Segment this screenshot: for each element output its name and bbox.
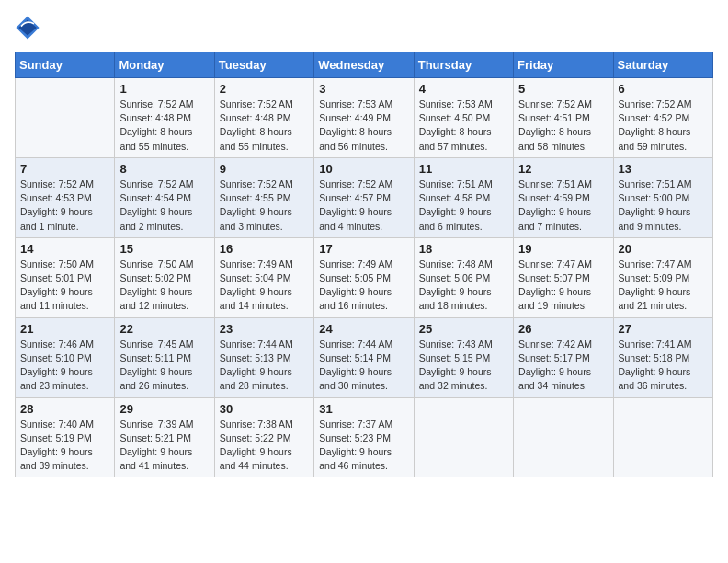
header-wednesday: Wednesday <box>314 52 414 78</box>
day-number: 7 <box>20 162 109 176</box>
day-info: Sunrise: 7:42 AMSunset: 5:17 PMDaylight:… <box>518 338 608 394</box>
day-number: 10 <box>319 162 408 176</box>
day-number: 30 <box>220 402 309 416</box>
day-number: 24 <box>319 322 408 336</box>
week-row-4: 21Sunrise: 7:46 AMSunset: 5:10 PMDayligh… <box>16 317 713 397</box>
day-cell: 6Sunrise: 7:52 AMSunset: 4:52 PMDaylight… <box>613 78 712 158</box>
day-cell: 11Sunrise: 7:51 AMSunset: 4:58 PMDayligh… <box>414 157 513 237</box>
day-number: 3 <box>319 82 408 96</box>
day-cell: 19Sunrise: 7:47 AMSunset: 5:07 PMDayligh… <box>514 237 613 317</box>
day-cell: 15Sunrise: 7:50 AMSunset: 5:02 PMDayligh… <box>115 237 214 317</box>
day-info: Sunrise: 7:52 AMSunset: 4:51 PMDaylight:… <box>518 98 608 154</box>
day-info: Sunrise: 7:51 AMSunset: 5:00 PMDaylight:… <box>619 178 708 234</box>
day-number: 20 <box>619 242 708 256</box>
day-cell <box>16 78 115 158</box>
day-cell: 7Sunrise: 7:52 AMSunset: 4:53 PMDaylight… <box>16 157 115 237</box>
day-info: Sunrise: 7:52 AMSunset: 4:55 PMDaylight:… <box>220 178 309 234</box>
day-number: 4 <box>419 82 508 96</box>
day-number: 25 <box>419 322 508 336</box>
day-number: 14 <box>20 242 109 256</box>
day-cell: 17Sunrise: 7:49 AMSunset: 5:05 PMDayligh… <box>314 237 414 317</box>
day-info: Sunrise: 7:39 AMSunset: 5:21 PMDaylight:… <box>119 418 209 474</box>
day-info: Sunrise: 7:53 AMSunset: 4:49 PMDaylight:… <box>319 98 408 154</box>
day-cell <box>613 397 712 477</box>
day-number: 6 <box>619 82 708 96</box>
day-info: Sunrise: 7:48 AMSunset: 5:06 PMDaylight:… <box>419 258 508 314</box>
day-cell: 25Sunrise: 7:43 AMSunset: 5:15 PMDayligh… <box>414 317 513 397</box>
day-cell: 12Sunrise: 7:51 AMSunset: 4:59 PMDayligh… <box>514 157 613 237</box>
day-cell: 2Sunrise: 7:52 AMSunset: 4:48 PMDaylight… <box>214 78 313 158</box>
day-info: Sunrise: 7:52 AMSunset: 4:53 PMDaylight:… <box>20 178 109 234</box>
header-thursday: Thursday <box>414 52 513 78</box>
day-info: Sunrise: 7:51 AMSunset: 4:58 PMDaylight:… <box>419 178 508 234</box>
day-info: Sunrise: 7:52 AMSunset: 4:48 PMDaylight:… <box>220 98 309 154</box>
logo <box>15 15 44 40</box>
day-cell: 8Sunrise: 7:52 AMSunset: 4:54 PMDaylight… <box>115 157 214 237</box>
calendar-table: SundayMondayTuesdayWednesdayThursdayFrid… <box>15 52 713 477</box>
calendar-header: SundayMondayTuesdayWednesdayThursdayFrid… <box>16 52 713 78</box>
day-number: 16 <box>220 242 309 256</box>
day-info: Sunrise: 7:47 AMSunset: 5:07 PMDaylight:… <box>518 258 608 314</box>
day-number: 15 <box>119 242 209 256</box>
header-monday: Monday <box>115 52 214 78</box>
day-number: 8 <box>119 162 209 176</box>
header-tuesday: Tuesday <box>214 52 313 78</box>
week-row-2: 7Sunrise: 7:52 AMSunset: 4:53 PMDaylight… <box>16 157 713 237</box>
day-info: Sunrise: 7:40 AMSunset: 5:19 PMDaylight:… <box>20 418 109 474</box>
day-number: 26 <box>518 322 608 336</box>
day-info: Sunrise: 7:45 AMSunset: 5:11 PMDaylight:… <box>119 338 209 394</box>
day-number: 2 <box>220 82 309 96</box>
day-number: 31 <box>319 402 408 416</box>
day-cell: 16Sunrise: 7:49 AMSunset: 5:04 PMDayligh… <box>214 237 313 317</box>
day-cell: 13Sunrise: 7:51 AMSunset: 5:00 PMDayligh… <box>613 157 712 237</box>
week-row-3: 14Sunrise: 7:50 AMSunset: 5:01 PMDayligh… <box>16 237 713 317</box>
day-info: Sunrise: 7:41 AMSunset: 5:18 PMDaylight:… <box>619 338 708 394</box>
day-number: 5 <box>518 82 608 96</box>
day-info: Sunrise: 7:52 AMSunset: 4:52 PMDaylight:… <box>619 98 708 154</box>
day-info: Sunrise: 7:52 AMSunset: 4:48 PMDaylight:… <box>119 98 209 154</box>
day-cell: 5Sunrise: 7:52 AMSunset: 4:51 PMDaylight… <box>514 78 613 158</box>
week-row-1: 1Sunrise: 7:52 AMSunset: 4:48 PMDaylight… <box>16 78 713 158</box>
day-cell: 21Sunrise: 7:46 AMSunset: 5:10 PMDayligh… <box>16 317 115 397</box>
logo-icon <box>15 15 40 40</box>
header-saturday: Saturday <box>613 52 712 78</box>
day-cell: 24Sunrise: 7:44 AMSunset: 5:14 PMDayligh… <box>314 317 414 397</box>
day-number: 29 <box>119 402 209 416</box>
day-cell: 3Sunrise: 7:53 AMSunset: 4:49 PMDaylight… <box>314 78 414 158</box>
day-cell: 30Sunrise: 7:38 AMSunset: 5:22 PMDayligh… <box>214 397 313 477</box>
day-cell: 23Sunrise: 7:44 AMSunset: 5:13 PMDayligh… <box>214 317 313 397</box>
day-number: 11 <box>419 162 508 176</box>
day-info: Sunrise: 7:44 AMSunset: 5:13 PMDaylight:… <box>220 338 309 394</box>
day-info: Sunrise: 7:53 AMSunset: 4:50 PMDaylight:… <box>419 98 508 154</box>
day-cell: 18Sunrise: 7:48 AMSunset: 5:06 PMDayligh… <box>414 237 513 317</box>
day-number: 28 <box>20 402 109 416</box>
day-info: Sunrise: 7:43 AMSunset: 5:15 PMDaylight:… <box>419 338 508 394</box>
day-cell: 27Sunrise: 7:41 AMSunset: 5:18 PMDayligh… <box>613 317 712 397</box>
day-cell: 1Sunrise: 7:52 AMSunset: 4:48 PMDaylight… <box>115 78 214 158</box>
day-cell: 9Sunrise: 7:52 AMSunset: 4:55 PMDaylight… <box>214 157 313 237</box>
day-number: 12 <box>518 162 608 176</box>
day-number: 22 <box>119 322 209 336</box>
day-info: Sunrise: 7:47 AMSunset: 5:09 PMDaylight:… <box>619 258 708 314</box>
day-cell: 4Sunrise: 7:53 AMSunset: 4:50 PMDaylight… <box>414 78 513 158</box>
day-info: Sunrise: 7:44 AMSunset: 5:14 PMDaylight:… <box>319 338 408 394</box>
day-cell: 14Sunrise: 7:50 AMSunset: 5:01 PMDayligh… <box>16 237 115 317</box>
day-number: 13 <box>619 162 708 176</box>
day-number: 17 <box>319 242 408 256</box>
day-number: 21 <box>20 322 109 336</box>
day-cell: 20Sunrise: 7:47 AMSunset: 5:09 PMDayligh… <box>613 237 712 317</box>
day-cell: 10Sunrise: 7:52 AMSunset: 4:57 PMDayligh… <box>314 157 414 237</box>
day-cell: 22Sunrise: 7:45 AMSunset: 5:11 PMDayligh… <box>115 317 214 397</box>
day-cell <box>514 397 613 477</box>
header-sunday: Sunday <box>16 52 115 78</box>
header-friday: Friday <box>514 52 613 78</box>
day-info: Sunrise: 7:50 AMSunset: 5:02 PMDaylight:… <box>119 258 209 314</box>
day-cell: 31Sunrise: 7:37 AMSunset: 5:23 PMDayligh… <box>314 397 414 477</box>
day-number: 19 <box>518 242 608 256</box>
day-info: Sunrise: 7:52 AMSunset: 4:54 PMDaylight:… <box>119 178 209 234</box>
header-row: SundayMondayTuesdayWednesdayThursdayFrid… <box>16 52 713 78</box>
day-number: 9 <box>220 162 309 176</box>
calendar-body: 1Sunrise: 7:52 AMSunset: 4:48 PMDaylight… <box>16 78 713 477</box>
page-header <box>15 15 713 40</box>
day-cell: 26Sunrise: 7:42 AMSunset: 5:17 PMDayligh… <box>514 317 613 397</box>
